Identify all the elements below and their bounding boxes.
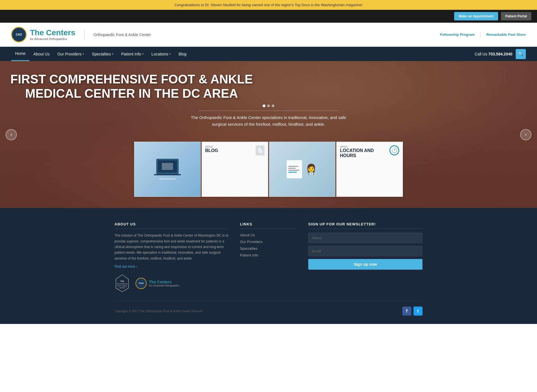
patient-education-body: Patient Education › (134, 197, 200, 197)
ofac-logo-svg: THE ORTHOPAEDIC FOOT & ANKLE CENTER (115, 274, 130, 292)
nav-locations[interactable]: Locations ▾ (148, 47, 175, 61)
patient-portal-button[interactable]: Patient Portal (501, 12, 531, 20)
logo-text: The Centers for Advanced Orthopaedics (30, 29, 75, 41)
newsletter-signup-button[interactable]: Sign up now (308, 259, 422, 270)
patient-education-image (134, 142, 200, 197)
copyright-text: Copyright © 2017 The Orthopaedic Foot & … (115, 309, 202, 313)
nav-our-providers[interactable]: Our Providers ▾ (53, 47, 88, 61)
newsletter-name-input[interactable] (308, 233, 422, 243)
site-footer: ABOUT US The mission of The Orthopaedic … (0, 208, 537, 324)
providers-arrow: ▾ (83, 52, 84, 55)
hero-dot-2[interactable] (267, 104, 270, 107)
footer-newsletter-title: SIGN UP FOR OUR NEWSLETTER! (308, 222, 422, 229)
logo-subbrand: for Advanced Orthopaedics (30, 37, 75, 41)
cao-footer-logo: CAO The Centers for Advanced Orthopaedic… (136, 278, 179, 289)
footer-logo-brand: The Centers (149, 280, 179, 284)
newsletter-email-input[interactable] (308, 246, 422, 256)
footer-link-about: About Us (240, 233, 297, 237)
footer-links-list: About Us Our Providers Specialties Patie… (240, 233, 297, 257)
logo-initials: CAO (16, 33, 22, 36)
hero-dots (6, 104, 531, 107)
footer-find-out-more-link[interactable]: Find out more › (115, 265, 229, 269)
nav-about-us[interactable]: About Us (29, 47, 53, 61)
top-bar: Make an Appointment Patient Portal (0, 10, 537, 23)
call-us-label: Call Us (475, 52, 487, 56)
facebook-icon: f (406, 309, 407, 314)
nav-right: Call Us 703.584.2040 🔍 (475, 49, 526, 59)
footer-specialties-link[interactable]: Specialties (240, 246, 258, 251)
footer-bottom: Copyright © 2017 The Orthopaedic Foot & … (115, 301, 422, 316)
hero-divider (199, 111, 338, 111)
patient-info-arrow: ▾ (142, 52, 144, 55)
blog-title: BLOG (205, 148, 218, 153)
svg-text:ORTHOPAEDIC: ORTHOPAEDIC (117, 283, 128, 285)
locations-arrow: ▾ (169, 52, 171, 55)
ofac-logo: THE ORTHOPAEDIC FOOT & ANKLE CENTER (115, 274, 130, 292)
footer-link-patient-info: Patient Info (240, 253, 297, 257)
social-icons: f t (402, 307, 422, 316)
hero-next-button[interactable]: › (520, 129, 531, 140)
header-divider (84, 29, 85, 40)
header-links: Fellowship Program Remarkable Feet Store (440, 32, 526, 37)
announcement-text: Congratulations to Dr. Steven Neufeld fo… (174, 3, 363, 7)
nav-home[interactable]: Home (11, 47, 29, 61)
announcement-bar: Congratulations to Dr. Steven Neufeld fo… (0, 0, 537, 10)
hero-dot-1[interactable] (263, 104, 265, 107)
specialties-arrow: ▾ (112, 52, 113, 55)
search-icon: 🔍 (518, 51, 524, 57)
patient-education-card: Patient Education › (134, 142, 201, 197)
footer-providers-link[interactable]: Our Providers (240, 240, 262, 244)
twitter-link[interactable]: t (414, 307, 422, 316)
location-prefix: OFAC (340, 145, 389, 148)
footer-about-section: ABOUT US The mission of The Orthopaedic … (115, 222, 229, 292)
footer-grid: ABOUT US The mission of The Orthopaedic … (115, 222, 422, 292)
blog-card-header: OFAC BLOG 📄 (202, 142, 268, 197)
footer-logo-subbrand: for Advanced Orthopaedics (149, 284, 179, 287)
location-card: OFAC LOCATION AND HOURS 🕐 Click to see o… (336, 142, 403, 197)
hero-title: FIRST COMPREHENSIVE FOOT & ANKLE MEDICAL… (6, 72, 258, 101)
location-body: Click to see our hours of operation at o… (337, 197, 403, 197)
facebook-link[interactable]: f (402, 307, 411, 316)
make-appointment-button[interactable]: Make an Appointment (454, 12, 498, 20)
blog-prefix: OFAC (205, 145, 218, 148)
hero-dot-3[interactable] (272, 104, 274, 107)
clock-icon: 🕐 (389, 145, 399, 155)
location-title: LOCATION AND HOURS (340, 148, 389, 158)
portal-body: Patient Portal › (269, 197, 335, 197)
svg-text:CENTER: CENTER (119, 287, 125, 289)
footer-link-providers: Our Providers (240, 239, 297, 244)
portal-card: 👩‍⚕️ Patient Portal › (269, 142, 336, 197)
search-button[interactable]: 🔍 (516, 49, 526, 59)
nav-patient-info[interactable]: Patient Info ▾ (117, 47, 148, 61)
footer-logos: THE ORTHOPAEDIC FOOT & ANKLE CENTER CAO … (115, 274, 229, 292)
footer-about-link[interactable]: About Us (240, 233, 255, 237)
nav-blog[interactable]: Blog (175, 47, 190, 61)
svg-text:THE: THE (120, 280, 124, 282)
phone-number: 703.584.2040 (488, 52, 512, 56)
header-link-divider (480, 32, 481, 37)
footer-links-title: LINKS (240, 222, 297, 229)
footer-about-text: The mission of The Orthopaedic Foot & An… (115, 233, 229, 261)
location-card-header: OFAC LOCATION AND HOURS 🕐 (337, 142, 403, 197)
svg-text:FOOT & ANKLE: FOOT & ANKLE (117, 285, 127, 287)
footer-links-section: LINKS About Us Our Providers Specialties… (240, 222, 297, 292)
portal-image: 👩‍⚕️ (269, 142, 335, 197)
fellowship-program-link[interactable]: Fellowship Program (440, 32, 475, 37)
logo-icon: CAO (11, 27, 27, 42)
blog-body: For the newest updates and articles abou… (202, 197, 268, 197)
twitter-icon: t (417, 309, 419, 314)
hero-description: The Orthopaedic Foot & Ankle Center spec… (185, 114, 352, 128)
nav-specialties[interactable]: Specialties ▾ (88, 47, 117, 61)
footer-patient-info-link[interactable]: Patient Info (240, 253, 258, 257)
hero-prev-button[interactable]: ‹ (6, 129, 17, 140)
header-tagline: Orthopaedic Foot & Ankle Center (94, 32, 151, 37)
footer-link-specialties: Specialties (240, 246, 297, 251)
logo-brand: The Centers (30, 29, 75, 37)
blog-card: OFAC BLOG 📄 For the newest updates and a… (202, 142, 268, 197)
hero-section: ‹ › FIRST COMPREHENSIVE FOOT & ANKLE MED… (0, 61, 537, 208)
remarkable-feet-store-link[interactable]: Remarkable Feet Store (486, 32, 526, 37)
hero-content: FIRST COMPREHENSIVE FOOT & ANKLE MEDICAL… (0, 61, 537, 133)
main-nav: Home About Us Our Providers ▾ Specialtie… (0, 47, 537, 61)
footer-newsletter-section: SIGN UP FOR OUR NEWSLETTER! Sign up now (308, 222, 422, 292)
logo-area: CAO The Centers for Advanced Orthopaedic… (11, 27, 151, 42)
